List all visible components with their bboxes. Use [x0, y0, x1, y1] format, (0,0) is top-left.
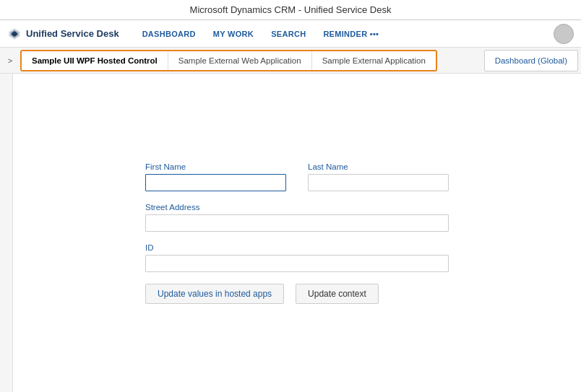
- tab-sample-external-app[interactable]: Sample External Application: [312, 51, 436, 70]
- update-values-button[interactable]: Update values in hosted apps: [145, 284, 284, 304]
- tab-group: Sample UII WPF Hosted Control Sample Ext…: [20, 50, 437, 71]
- nav-bar: Unified Service Desk DASHBOARD MY WORK S…: [0, 20, 581, 48]
- sidebar: [0, 74, 13, 392]
- last-name-group: Last Name: [308, 162, 449, 191]
- last-name-label: Last Name: [308, 162, 449, 171]
- street-address-input[interactable]: [145, 214, 449, 232]
- street-address-label: Street Address: [145, 203, 449, 212]
- content-area: First Name Last Name Street Address: [13, 74, 581, 392]
- user-avatar[interactable]: [554, 24, 574, 44]
- form-inner: First Name Last Name Street Address: [145, 162, 449, 304]
- nav-link-reminder[interactable]: REMINDER •••: [314, 20, 387, 48]
- id-label: ID: [145, 243, 449, 252]
- nav-logo-text: Unified Service Desk: [26, 28, 119, 39]
- first-name-input[interactable]: [145, 174, 286, 191]
- form-container: First Name Last Name Street Address: [13, 74, 581, 392]
- id-row: ID: [145, 243, 449, 272]
- title-text: Microsoft Dynamics CRM - Unified Service…: [190, 4, 392, 15]
- first-name-label: First Name: [145, 162, 286, 171]
- name-row: First Name Last Name: [145, 162, 449, 191]
- nav-right: [554, 24, 574, 44]
- id-group: ID: [145, 243, 449, 272]
- title-bar: Microsoft Dynamics CRM - Unified Service…: [0, 0, 581, 20]
- main-content: First Name Last Name Street Address: [0, 74, 581, 392]
- first-name-group: First Name: [145, 162, 286, 191]
- nav-link-my-work[interactable]: MY WORK: [205, 20, 262, 48]
- nav-links: DASHBOARD MY WORK SEARCH REMINDER •••: [134, 20, 554, 48]
- button-row: Update values in hosted apps Update cont…: [145, 284, 449, 304]
- street-address-group: Street Address: [145, 203, 449, 232]
- tab-sample-external-web[interactable]: Sample External Web Application: [168, 51, 312, 70]
- tab-bar: > Sample UII WPF Hosted Control Sample E…: [0, 48, 581, 74]
- nav-logo[interactable]: Unified Service Desk: [7, 27, 119, 41]
- tab-expand-button[interactable]: >: [3, 51, 17, 71]
- id-input[interactable]: [145, 255, 449, 272]
- nav-link-search[interactable]: SEARCH: [262, 20, 314, 48]
- street-address-row: Street Address: [145, 203, 449, 232]
- update-context-button[interactable]: Update context: [296, 284, 379, 304]
- last-name-input[interactable]: [308, 174, 449, 191]
- nav-link-dashboard[interactable]: DASHBOARD: [134, 20, 205, 48]
- tab-sample-uii-wpf[interactable]: Sample UII WPF Hosted Control: [22, 51, 168, 70]
- usd-logo-icon: [7, 27, 22, 41]
- tab-dashboard-global[interactable]: Dashboard (Global): [484, 50, 578, 71]
